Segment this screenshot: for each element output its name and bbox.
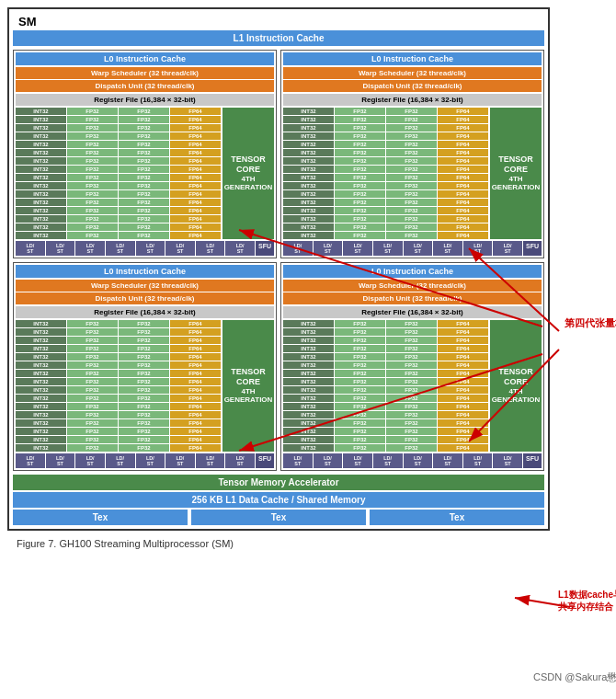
cores-grid-tl: INT32 FP32 FP32 FP64 INT32 FP32 FP32 FP6… — [16, 108, 221, 239]
warp-scheduler-bl: Warp Scheduler (32 thread/clk) — [16, 280, 274, 292]
table-row: INT32 FP32 FP32 FP64 — [16, 428, 221, 435]
sm-title: SM — [13, 13, 544, 30]
table-row: INT32 FP32 FP32 FP64 — [283, 444, 488, 452]
table-row: INT32 FP32 FP32 FP64 — [16, 108, 221, 115]
register-file-bl: Register File (16,384 × 32-bit) — [16, 306, 274, 318]
l0-cache-tr: L0 Instruction Cache — [283, 52, 542, 65]
main-content: SM L1 Instruction Cache L0 Instruction C… — [0, 0, 552, 553]
cores-grid-tr: INT32 FP32 FP32 FP64 INT32 FP32 FP32 FP6… — [283, 108, 488, 239]
table-row: INT32 FP32 FP32 FP64 — [283, 199, 488, 206]
sub-block-bottom-right: L0 Instruction Cache Warp Scheduler (32 … — [280, 262, 544, 471]
page-wrapper: SM L1 Instruction Cache L0 Instruction C… — [0, 0, 616, 553]
tensor-core-tr: TENSOR CORE 4TH GENERATION — [490, 108, 542, 239]
table-row: INT32 FP32 FP32 FP64 — [283, 353, 488, 361]
table-row: INT32 FP32 FP32 FP64 — [16, 361, 221, 369]
register-file-tr: Register File (16,384 × 32-bit) — [283, 94, 542, 106]
l1-data-cache: 256 KB L1 Data Cache / Shared Memory — [13, 492, 544, 508]
table-row: INT32 FP32 FP32 FP64 — [16, 199, 221, 206]
sfu-br: SFU — [523, 453, 542, 468]
tensor-core-bl: TENSOR CORE 4TH GENERATION — [222, 320, 274, 452]
table-row: INT32 FP32 FP32 FP64 — [16, 436, 221, 443]
cores-tensor-br: INT32 FP32 FP32 FP64 INT32 FP32 FP32 FP6… — [283, 320, 542, 452]
table-row: INT32 FP32 FP32 FP64 — [16, 174, 221, 181]
table-row: INT32 FP32 FP32 FP64 — [16, 149, 221, 156]
sfu-tr: SFU — [523, 241, 542, 256]
warp-scheduler-tr: Warp Scheduler (32 thread/clk) — [283, 67, 542, 79]
l0-cache-tl: L0 Instruction Cache — [16, 52, 274, 65]
l0-cache-br: L0 Instruction Cache — [283, 265, 542, 278]
sub-block-top-left: L0 Instruction Cache Warp Scheduler (32 … — [13, 50, 277, 258]
cores-grid-bl: INT32 FP32 FP32 FP64 INT32 FP32 FP32 FP6… — [16, 320, 221, 452]
table-row: INT32 FP32 FP32 FP64 — [16, 395, 221, 402]
ld-st-row-tl: LD/ST LD/ST LD/ST LD/ST LD/ST LD/ST LD/S… — [16, 241, 274, 256]
dispatch-unit-tr: Dispatch Unit (32 thread/clk) — [283, 80, 542, 92]
table-row: INT32 FP32 FP32 FP64 — [283, 190, 488, 198]
table-row: INT32 FP32 FP32 FP64 — [16, 411, 221, 418]
table-row: INT32 FP32 FP32 FP64 — [16, 215, 221, 223]
table-row: INT32 FP32 FP32 FP64 — [16, 166, 221, 173]
svg-text:第四代张量核心: 第四代张量核心 — [565, 317, 616, 328]
sub-block-top-right: L0 Instruction Cache Warp Scheduler (32 … — [280, 50, 544, 258]
table-row: INT32 FP32 FP32 FP64 — [283, 116, 488, 123]
figure-caption: Figure 7. GH100 Streaming Multiprocessor… — [7, 538, 544, 549]
table-row: INT32 FP32 FP32 FP64 — [283, 108, 488, 115]
table-row: INT32 FP32 FP32 FP64 — [283, 328, 488, 336]
table-row: INT32 FP32 FP32 FP64 — [283, 124, 488, 132]
table-row: INT32 FP32 FP32 FP64 — [16, 157, 221, 165]
table-row: INT32 FP32 FP32 FP64 — [283, 419, 488, 427]
svg-text:L1数据cache与: L1数据cache与 — [558, 590, 616, 600]
table-row: INT32 FP32 FP32 FP64 — [16, 132, 221, 140]
table-row: INT32 FP32 FP32 FP64 — [283, 182, 488, 189]
bottom-two-col: L0 Instruction Cache Warp Scheduler (32 … — [13, 262, 544, 471]
l0-cache-bl: L0 Instruction Cache — [16, 265, 274, 278]
table-row: INT32 FP32 FP32 FP64 — [16, 345, 221, 352]
table-row: INT32 FP32 FP32 FP64 — [16, 232, 221, 239]
l1-instruction-cache: L1 Instruction Cache — [13, 30, 544, 46]
sfu-tl: SFU — [256, 241, 274, 256]
table-row: INT32 FP32 FP32 FP64 — [283, 386, 488, 394]
table-row: INT32 FP32 FP32 FP64 — [283, 232, 488, 239]
register-file-br: Register File (16,384 × 32-bit) — [283, 306, 542, 318]
svg-text:CSDN @Sakura懋: CSDN @Sakura懋 — [533, 671, 616, 682]
table-row: INT32 FP32 FP32 FP64 — [283, 411, 488, 418]
table-row: INT32 FP32 FP32 FP64 — [283, 337, 488, 344]
svg-text:共享内存结合: 共享内存结合 — [558, 602, 614, 612]
table-row: INT32 FP32 FP32 FP64 — [16, 207, 221, 214]
table-row: INT32 FP32 FP32 FP64 — [283, 370, 488, 377]
table-row: INT32 FP32 FP32 FP64 — [283, 345, 488, 352]
warp-scheduler-br: Warp Scheduler (32 thread/clk) — [283, 280, 542, 292]
table-row: INT32 FP32 FP32 FP64 — [16, 370, 221, 377]
ld-st-row-tr: LD/ST LD/ST LD/ST LD/ST LD/ST LD/ST LD/S… — [283, 241, 542, 256]
table-row: INT32 FP32 FP32 FP64 — [16, 223, 221, 231]
table-row: INT32 FP32 FP32 FP64 — [16, 386, 221, 394]
tensor-core-tl: TENSOR CORE 4TH GENERATION — [222, 108, 274, 239]
cores-tensor-bl: INT32 FP32 FP32 FP64 INT32 FP32 FP32 FP6… — [16, 320, 274, 452]
table-row: INT32 FP32 FP32 FP64 — [283, 207, 488, 214]
table-row: INT32 FP32 FP32 FP64 — [283, 428, 488, 435]
svg-line-5 — [515, 598, 570, 607]
table-row: INT32 FP32 FP32 FP64 — [16, 353, 221, 361]
table-row: INT32 FP32 FP32 FP64 — [283, 141, 488, 148]
tex-left: Tex — [13, 510, 188, 525]
table-row: INT32 FP32 FP32 FP64 — [16, 337, 221, 344]
cores-tensor-tr: INT32 FP32 FP32 FP64 INT32 FP32 FP32 FP6… — [283, 108, 542, 239]
table-row: INT32 FP32 FP32 FP64 — [16, 116, 221, 123]
ld-st-row-bl: LD/ST LD/ST LD/ST LD/ST LD/ST LD/ST LD/S… — [16, 453, 274, 468]
table-row: INT32 FP32 FP32 FP64 — [283, 320, 488, 327]
cores-tensor-tl: INT32 FP32 FP32 FP64 INT32 FP32 FP32 FP6… — [16, 108, 274, 239]
dispatch-unit-br: Dispatch Unit (32 thread/clk) — [283, 292, 542, 304]
sub-block-bottom-left: L0 Instruction Cache Warp Scheduler (32 … — [13, 262, 277, 471]
table-row: INT32 FP32 FP32 FP64 — [283, 132, 488, 140]
table-row: INT32 FP32 FP32 FP64 — [16, 444, 221, 452]
sfu-bl: SFU — [256, 453, 274, 468]
table-row: INT32 FP32 FP32 FP64 — [283, 403, 488, 410]
warp-scheduler-tl: Warp Scheduler (32 thread/clk) — [16, 67, 274, 79]
table-row: INT32 FP32 FP32 FP64 — [283, 361, 488, 369]
table-row: INT32 FP32 FP32 FP64 — [283, 215, 488, 223]
table-row: INT32 FP32 FP32 FP64 — [16, 124, 221, 132]
table-row: INT32 FP32 FP32 FP64 — [16, 328, 221, 336]
tex-center: Tex — [191, 510, 366, 525]
table-row: INT32 FP32 FP32 FP64 — [16, 320, 221, 327]
table-row: INT32 FP32 FP32 FP64 — [283, 157, 488, 165]
dispatch-unit-tl: Dispatch Unit (32 thread/clk) — [16, 80, 274, 92]
